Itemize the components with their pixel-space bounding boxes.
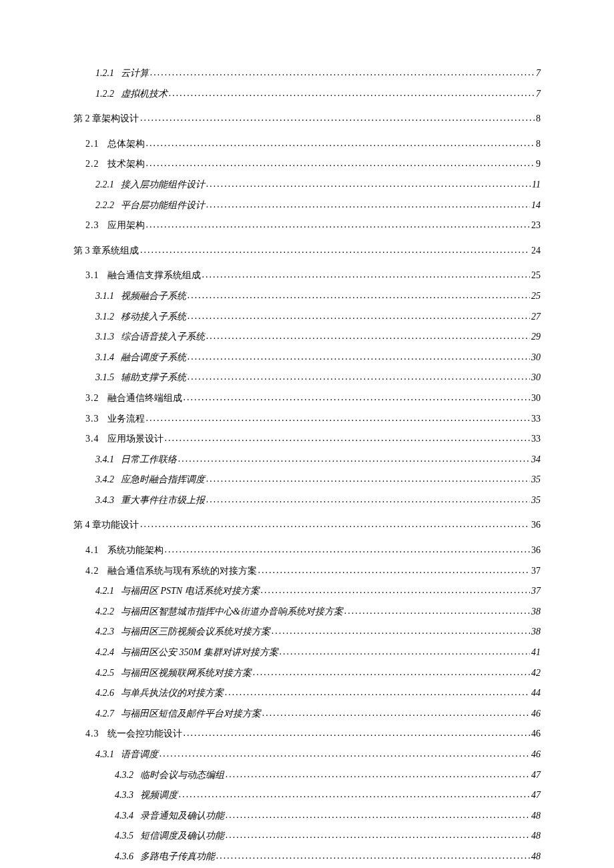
- toc-entry[interactable]: 3.4.2应急时融合指挥调度35: [95, 473, 541, 486]
- toc-page: 30: [531, 351, 541, 364]
- toc-entry[interactable]: 3.1.5辅助支撑子系统30: [95, 371, 541, 384]
- toc-label: 与福田区三防视频会议系统对接方案: [121, 625, 270, 638]
- toc-entry[interactable]: 4.3.6多路电子传真功能48: [115, 850, 541, 863]
- toc-label: 与福田区公安 350M 集群对讲对接方案: [121, 646, 278, 659]
- toc-number: 2.2.1: [95, 178, 114, 191]
- toc-leader-dots: [226, 809, 530, 822]
- toc-leader-dots: [188, 350, 530, 364]
- toc-page: 24: [531, 244, 541, 258]
- toc-leader-dots: [206, 198, 530, 211]
- toc-number: 3.1.5: [95, 371, 114, 384]
- toc-entry[interactable]: 4.2.6与单兵执法仪的对接方案44: [95, 687, 541, 700]
- toc-entry[interactable]: 4.2.1与福田区 PSTN 电话系统对接方案37: [95, 584, 541, 598]
- toc-page: 37: [531, 564, 541, 578]
- toc-leader-dots: [188, 289, 530, 302]
- toc-label: 重大事件往市级上报: [121, 494, 205, 507]
- toc-label: 与单兵执法仪的对接方案: [121, 687, 224, 700]
- toc-label: 录音通知及确认功能: [140, 809, 224, 823]
- toc-page: 8: [536, 112, 541, 125]
- toc-page: 38: [531, 625, 541, 638]
- toc-number: 4.3.1: [95, 748, 114, 761]
- toc-entry[interactable]: 1.2.1云计算7: [95, 67, 541, 80]
- toc-page: 44: [531, 687, 541, 700]
- toc-label: 第 2 章架构设计: [73, 112, 139, 125]
- toc-leader-dots: [178, 452, 530, 466]
- toc-entry[interactable]: 4.2.7与福田区短信及邮件平台对接方案46: [95, 707, 541, 721]
- toc-label: 云计算: [121, 67, 149, 80]
- toc-number: 4.3.5: [115, 829, 133, 843]
- toc-entry[interactable]: 3.1融合通信支撑系统组成25: [85, 269, 541, 282]
- toc-leader-dots: [262, 707, 530, 720]
- toc-entry[interactable]: 3.3业务流程33: [85, 412, 541, 426]
- toc-number: 4.3.6: [115, 850, 133, 863]
- toc-page: 48: [531, 809, 541, 823]
- toc-entry[interactable]: 2.2.2平台层功能组件设计14: [95, 199, 541, 212]
- toc-page: 46: [531, 707, 541, 721]
- toc-label: 综合语音接入子系统: [121, 330, 205, 344]
- toc-entry[interactable]: 3.4应用场景设计33: [85, 432, 541, 446]
- toc-entry[interactable]: 3.1.1视频融合子系统25: [95, 290, 541, 303]
- toc-leader-dots: [165, 432, 531, 445]
- toc-leader-dots: [206, 472, 530, 486]
- toc-entry[interactable]: 3.1.4融合调度子系统30: [95, 351, 541, 364]
- toc-number: 2.2.2: [95, 199, 114, 212]
- toc-number: 3.4.1: [95, 453, 114, 466]
- toc-number: 4.1: [85, 544, 99, 557]
- toc-leader-dots: [258, 564, 531, 577]
- toc-entry[interactable]: 3.4.1日常工作联络34: [95, 453, 541, 466]
- toc-entry[interactable]: 4.2融合通信系统与现有系统的对接方案37: [85, 564, 541, 578]
- toc-leader-dots: [261, 584, 530, 597]
- toc-label: 统一会控功能设计: [107, 727, 182, 741]
- toc-entry[interactable]: 4.3.1语音调度46: [95, 748, 541, 761]
- toc-entry[interactable]: 第 2 章架构设计8: [73, 112, 541, 125]
- toc-label: 技术架构: [107, 157, 145, 171]
- toc-label: 应用场景设计: [107, 432, 164, 446]
- toc-entry[interactable]: 第 4 章功能设计36: [73, 518, 541, 532]
- toc-entry[interactable]: 1.2.2虚拟机技术7: [95, 87, 541, 101]
- toc-leader-dots: [140, 111, 535, 125]
- toc-entry[interactable]: 4.2.5与福田区视频联网系统对接方案42: [95, 667, 541, 680]
- toc-number: 4.2.6: [95, 687, 114, 700]
- toc-label: 多路电子传真功能: [140, 850, 215, 863]
- toc-number: 2.3: [85, 219, 99, 232]
- toc-number: 4.2.7: [95, 707, 114, 721]
- toc-entry[interactable]: 4.1系统功能架构36: [85, 544, 541, 557]
- toc-number: 4.2: [85, 564, 99, 578]
- toc-entry[interactable]: 3.1.3综合语音接入子系统29: [95, 330, 541, 344]
- toc-entry[interactable]: 4.2.3与福田区三防视频会议系统对接方案38: [95, 625, 541, 638]
- toc-label: 融合通信终端组成: [107, 392, 182, 405]
- toc-entry[interactable]: 3.1.2移动接入子系统27: [95, 310, 541, 324]
- toc-entry[interactable]: 2.2.1接入层功能组件设计11: [95, 178, 541, 191]
- toc-entry[interactable]: 4.3.3视频调度47: [115, 789, 541, 802]
- toc-leader-dots: [184, 727, 531, 740]
- toc-page: 48: [531, 850, 541, 863]
- toc-label: 临时会议与动态编组: [140, 769, 224, 782]
- toc-label: 平台层功能组件设计: [121, 199, 205, 212]
- toc-entry[interactable]: 第 3 章系统组成24: [73, 244, 541, 258]
- toc-entry[interactable]: 2.1总体架构8: [85, 137, 541, 151]
- toc-page: 35: [531, 473, 541, 486]
- toc-entry[interactable]: 4.2.4与福田区公安 350M 集群对讲对接方案41: [95, 646, 541, 659]
- toc-entry[interactable]: 2.2技术架构9: [85, 157, 541, 171]
- toc-entry[interactable]: 4.3.2临时会议与动态编组47: [115, 769, 541, 782]
- toc-entry[interactable]: 4.3统一会控功能设计46: [85, 727, 541, 741]
- toc-entry[interactable]: 2.3应用架构23: [85, 219, 541, 232]
- toc-entry[interactable]: 4.2.2与福田区智慧城市指挥中心&街道办音响系统对接方案38: [95, 605, 541, 618]
- toc-page: 38: [531, 605, 541, 618]
- toc-page: 30: [531, 392, 541, 405]
- toc-leader-dots: [140, 518, 530, 531]
- toc-number: 4.2.2: [95, 605, 114, 618]
- toc-label: 与福田区智慧城市指挥中心&街道办音响系统对接方案: [121, 605, 343, 618]
- toc-number: 3.4.3: [95, 494, 114, 507]
- toc-entry[interactable]: 4.3.5短信调度及确认功能48: [115, 829, 541, 843]
- toc-entry[interactable]: 4.3.4录音通知及确认功能48: [115, 809, 541, 823]
- toc-entry[interactable]: 3.4.3重大事件往市级上报35: [95, 494, 541, 507]
- toc-number: 3.2: [85, 392, 99, 405]
- toc-label: 第 4 章功能设计: [73, 518, 139, 532]
- toc-number: 2.2: [85, 157, 99, 171]
- toc-page: 29: [531, 330, 541, 344]
- toc-number: 3.1.2: [95, 310, 114, 324]
- toc-number: 1.2.2: [95, 87, 114, 101]
- toc-entry[interactable]: 3.2融合通信终端组成30: [85, 392, 541, 405]
- toc-leader-dots: [272, 624, 530, 638]
